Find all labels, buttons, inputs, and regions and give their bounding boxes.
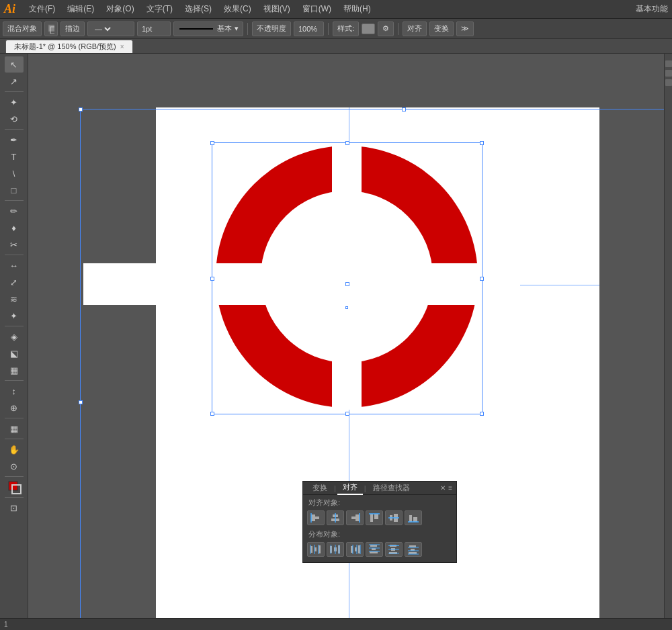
lasso-btn[interactable]: ⟲ xyxy=(5,111,24,127)
stroke-width-input[interactable]: 1pt xyxy=(137,21,171,36)
align-objects-row xyxy=(303,509,456,527)
left-toolbar: ↖ ↗ ✦ ⟲ ✒ T \ □ ✏ ♦ ✂ ↔ ⤢ ≋ ✦ ◈ ⬕ ▦ ↕ ⊕ … xyxy=(0,54,28,630)
status-text: 1 xyxy=(4,621,8,628)
align-panel-title-bar[interactable]: 变换 | 对齐 | 路径查找器 ✕ ≡ xyxy=(303,482,456,495)
settings-btn[interactable]: ⚙ xyxy=(378,21,394,36)
right-panel xyxy=(664,54,672,630)
panel-tab-transform[interactable]: 变换 xyxy=(307,482,333,494)
tab-bar: 未标题-1* @ 150% (RGB/预览) × xyxy=(0,39,672,54)
tab-label: 未标题-1* @ 150% (RGB/预览) xyxy=(14,42,116,52)
align-vcenter-btn[interactable] xyxy=(385,510,403,525)
workspace-label: 基本功能 xyxy=(636,3,668,15)
panel-tab-align[interactable]: 对齐 xyxy=(337,481,363,495)
distribute-objects-label: 分布对象: xyxy=(303,527,456,541)
direct-select-btn[interactable]: ↗ xyxy=(5,73,24,89)
menu-file[interactable]: 文件(F) xyxy=(24,2,60,16)
right-panel-icon-2[interactable] xyxy=(665,70,672,77)
align-top-btn[interactable] xyxy=(366,510,383,525)
dist-left-btn[interactable] xyxy=(307,542,325,557)
document-tab[interactable]: 未标题-1* @ 150% (RGB/预览) × xyxy=(5,40,133,53)
distribute-objects-row xyxy=(303,541,456,558)
svg-rect-15 xyxy=(351,516,360,519)
align-btn[interactable]: 对齐 xyxy=(403,21,427,36)
stroke-dropdown[interactable]: — xyxy=(92,24,113,34)
align-objects-label: 对齐对象: xyxy=(303,495,456,509)
svg-rect-0 xyxy=(48,25,54,32)
opacity-label: 不透明度 xyxy=(252,21,291,36)
blend-btn[interactable]: ⊕ xyxy=(5,400,24,416)
panel-menu-btn[interactable]: ≡ xyxy=(448,484,452,492)
warp-btn[interactable]: ≋ xyxy=(5,291,24,307)
stroke-selector[interactable]: — xyxy=(87,21,134,36)
hand-btn[interactable]: ✋ xyxy=(5,441,24,457)
menu-select[interactable]: 选择(S) xyxy=(179,2,217,16)
stroke-style-basic[interactable]: 基本 ▾ xyxy=(173,21,243,36)
chart-btn[interactable]: ▦ xyxy=(5,420,24,437)
menu-edit[interactable]: 编辑(E) xyxy=(62,2,99,16)
dist-vcenter-btn[interactable] xyxy=(385,542,403,557)
right-panel-icon-3[interactable] xyxy=(665,79,672,86)
menu-bar: Ai 文件(F) 编辑(E) 对象(O) 文字(T) 选择(S) 效果(C) 视… xyxy=(0,0,672,19)
svg-rect-18 xyxy=(374,514,378,519)
opacity-input[interactable]: 100% xyxy=(294,21,324,36)
eyedropper-btn[interactable]: ↕ xyxy=(5,383,24,399)
panel-tab-pathfinder[interactable]: 路径查找器 xyxy=(368,482,415,494)
center-dot-2 xyxy=(345,306,348,309)
stroke-label: 描边 xyxy=(60,21,85,36)
menu-effect[interactable]: 效果(C) xyxy=(218,2,257,16)
right-panel-icon-1[interactable] xyxy=(665,60,672,67)
blend-mode-selector[interactable]: 混合对象 xyxy=(3,21,42,36)
free-transform-btn[interactable]: ✦ xyxy=(5,308,24,324)
menu-object[interactable]: 对象(O) xyxy=(101,2,139,16)
menu-help[interactable]: 帮助(H) xyxy=(338,2,376,16)
menu-view[interactable]: 视图(V) xyxy=(258,2,296,16)
gradient-btn[interactable]: ⬕ xyxy=(5,345,24,361)
zoom-btn[interactable]: ⊙ xyxy=(5,458,24,474)
svg-rect-23 xyxy=(409,515,412,522)
type-btn[interactable]: T xyxy=(5,148,24,165)
align-panel: 变换 | 对齐 | 路径查找器 ✕ ≡ 对齐对象: xyxy=(302,481,457,563)
panel-close-btn[interactable]: ✕ xyxy=(440,484,446,492)
rect-btn[interactable]: □ xyxy=(5,182,24,198)
svg-rect-6 xyxy=(332,144,362,277)
svg-rect-2 xyxy=(9,482,17,490)
svg-rect-17 xyxy=(370,514,373,522)
style-label: 样式: xyxy=(333,21,359,36)
align-hcenter-btn[interactable] xyxy=(327,510,344,525)
menu-items: 文件(F) 编辑(E) 对象(O) 文字(T) 选择(S) 效果(C) 视图(V… xyxy=(24,2,376,16)
fill-stroke-box[interactable] xyxy=(5,479,24,495)
align-left-btn[interactable] xyxy=(307,510,325,525)
tab-close-btn[interactable]: × xyxy=(120,43,124,50)
dist-right-btn[interactable] xyxy=(346,542,364,557)
status-bar: 1 xyxy=(0,618,672,630)
h-bar xyxy=(83,263,520,305)
center-dot-1 xyxy=(345,282,349,286)
align-right-btn[interactable] xyxy=(346,510,364,525)
select-tool-btn[interactable]: ↖ xyxy=(5,56,24,73)
pen-btn[interactable]: ✒ xyxy=(5,132,24,148)
dist-bottom-btn[interactable] xyxy=(405,542,422,557)
mesh-btn[interactable]: ▦ xyxy=(5,362,24,378)
scissors-btn[interactable]: ✂ xyxy=(5,236,24,253)
svg-rect-9 xyxy=(311,516,319,519)
more-btn[interactable]: ≫ xyxy=(456,21,474,36)
style-swatch[interactable] xyxy=(362,24,375,34)
brush-btn[interactable]: ♦ xyxy=(5,220,24,236)
rotate-btn[interactable]: ↔ xyxy=(5,257,24,273)
dist-hcenter-btn[interactable] xyxy=(327,542,344,557)
dist-top-btn[interactable] xyxy=(366,542,383,557)
magic-wand-btn[interactable]: ✦ xyxy=(5,94,24,110)
line-btn[interactable]: \ xyxy=(5,165,24,181)
app-logo: Ai xyxy=(4,2,15,16)
svg-rect-24 xyxy=(413,517,417,522)
align-bottom-btn[interactable] xyxy=(405,510,422,525)
menu-type[interactable]: 文字(T) xyxy=(141,2,178,16)
transform-btn[interactable]: 变换 xyxy=(429,21,454,36)
toolbar: 混合对象 描边 — 1pt 基本 ▾ 不透明度 100% 样式: ⚙ 对齐 变换… xyxy=(0,19,672,39)
shape-builder-btn[interactable]: ◈ xyxy=(5,328,24,345)
scale-btn[interactable]: ⤢ xyxy=(5,274,24,290)
screen-mode-btn[interactable]: ⊡ xyxy=(5,500,24,516)
fill-box[interactable] xyxy=(44,21,58,36)
menu-window[interactable]: 窗口(W) xyxy=(297,2,337,16)
pencil-btn[interactable]: ✏ xyxy=(5,203,24,219)
